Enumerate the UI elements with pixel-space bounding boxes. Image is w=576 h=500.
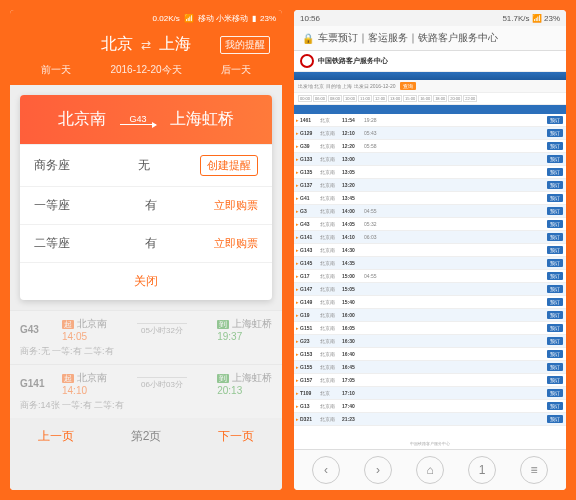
- row-station: 北京南: [320, 156, 342, 162]
- time-chip[interactable]: 20:00: [448, 95, 462, 102]
- back-button[interactable]: ‹: [312, 456, 340, 484]
- book-button[interactable]: 预订: [547, 311, 563, 319]
- book-button[interactable]: 预订: [547, 389, 563, 397]
- time-chip[interactable]: 22:00: [463, 95, 477, 102]
- table-row[interactable]: ▸G153北京南16:40预订: [294, 348, 566, 361]
- book-button[interactable]: 预订: [547, 233, 563, 241]
- time-chip[interactable]: 11:00: [358, 95, 372, 102]
- book-button[interactable]: 预订: [547, 116, 563, 124]
- table-row[interactable]: ▸G141北京南14:1006:03预订: [294, 231, 566, 244]
- row-dep-time: 15:40: [342, 299, 364, 305]
- seat-action-button[interactable]: 立即购票: [214, 198, 258, 213]
- arr-tag: 到: [217, 320, 229, 329]
- book-button[interactable]: 预订: [547, 129, 563, 137]
- book-button[interactable]: 预订: [547, 168, 563, 176]
- book-button[interactable]: 预订: [547, 415, 563, 423]
- book-button[interactable]: 预订: [547, 220, 563, 228]
- table-row[interactable]: ▸G41北京南13:45预订: [294, 192, 566, 205]
- time-chip[interactable]: 16:00: [418, 95, 432, 102]
- table-row[interactable]: ▸G43北京南14:0505:32预订: [294, 218, 566, 231]
- prev-day-button[interactable]: 前一天: [41, 63, 71, 77]
- book-button[interactable]: 预订: [547, 155, 563, 163]
- my-reminders-button[interactable]: 我的提醒: [220, 36, 270, 54]
- close-button[interactable]: 关闭: [20, 262, 272, 300]
- table-row[interactable]: ▸G143北京南14:30预订: [294, 244, 566, 257]
- table-row[interactable]: ▸G151北京南16:05预订: [294, 322, 566, 335]
- train-item[interactable]: G43起 北京南14:0505小时32分到 上海虹桥19:37商务:无 一等:有…: [10, 310, 282, 364]
- book-button[interactable]: 预订: [547, 207, 563, 215]
- row-station: 北京南: [320, 312, 342, 318]
- date-picker[interactable]: 2016-12-20今天: [110, 63, 181, 77]
- prev-page-button[interactable]: 上一页: [38, 428, 74, 445]
- table-row[interactable]: ▸G17北京南15:0004:55预订: [294, 270, 566, 283]
- book-button[interactable]: 预订: [547, 402, 563, 410]
- table-row[interactable]: ▸G39北京南12:2005:58预订: [294, 140, 566, 153]
- book-button[interactable]: 预订: [547, 246, 563, 254]
- row-train-no: T109: [300, 390, 320, 396]
- table-row[interactable]: ▸G149北京南15:40预订: [294, 296, 566, 309]
- modal-header: 北京南 G43 上海虹桥: [20, 95, 272, 144]
- row-station: 北京南: [320, 286, 342, 292]
- time-chip[interactable]: 06:00: [313, 95, 327, 102]
- time-chip[interactable]: 15:00: [403, 95, 417, 102]
- swap-icon[interactable]: ⇄: [141, 38, 151, 52]
- row-train-no: 1461: [300, 117, 320, 123]
- row-train-no: G143: [300, 247, 320, 253]
- time-chip[interactable]: 08:00: [328, 95, 342, 102]
- book-button[interactable]: 预订: [547, 337, 563, 345]
- page-title: 车票预订｜客运服务｜铁路客户服务中心: [318, 31, 498, 45]
- nav-bar[interactable]: [294, 72, 566, 80]
- time-chip[interactable]: 00:00: [298, 95, 312, 102]
- book-button[interactable]: 预订: [547, 376, 563, 384]
- seat-action-button[interactable]: 立即购票: [214, 236, 258, 251]
- table-row[interactable]: ▸T109北京17:10预订: [294, 387, 566, 400]
- table-row[interactable]: ▸G3北京南14:0004:55预订: [294, 205, 566, 218]
- forward-button[interactable]: ›: [364, 456, 392, 484]
- table-row[interactable]: ▸G129北京南12:1005:43预订: [294, 127, 566, 140]
- train-item[interactable]: G141起 北京南14:1006小时03分到 上海虹桥20:13商务:14张 一…: [10, 364, 282, 418]
- time-chip[interactable]: 18:00: [433, 95, 447, 102]
- book-button[interactable]: 预订: [547, 272, 563, 280]
- book-button[interactable]: 预订: [547, 298, 563, 306]
- table-row[interactable]: ▸G19北京南16:00预订: [294, 309, 566, 322]
- time-chip[interactable]: 13:00: [388, 95, 402, 102]
- row-station: 北京南: [320, 351, 342, 357]
- table-row[interactable]: ▸G135北京南13:05预订: [294, 166, 566, 179]
- time-chip[interactable]: 10:00: [343, 95, 357, 102]
- book-button[interactable]: 预订: [547, 324, 563, 332]
- seat-action-button[interactable]: 创建提醒: [200, 155, 258, 176]
- tabs-button[interactable]: 1: [468, 456, 496, 484]
- book-button[interactable]: 预订: [547, 194, 563, 202]
- table-row[interactable]: ▸G155北京南16:45预订: [294, 361, 566, 374]
- arr-tag: 到: [217, 374, 229, 383]
- table-row[interactable]: ▸G23北京南16:30预订: [294, 335, 566, 348]
- table-row[interactable]: ▸G147北京南15:05预订: [294, 283, 566, 296]
- book-button[interactable]: 预订: [547, 363, 563, 371]
- book-button[interactable]: 预订: [547, 285, 563, 293]
- book-button[interactable]: 预订: [547, 259, 563, 267]
- next-page-button[interactable]: 下一页: [218, 428, 254, 445]
- address-bar[interactable]: 🔒 车票预订｜客运服务｜铁路客户服务中心: [294, 26, 566, 51]
- table-row[interactable]: ▸G13北京南17:40预订: [294, 400, 566, 413]
- next-day-button[interactable]: 后一天: [221, 63, 251, 77]
- time-chip[interactable]: 12:00: [373, 95, 387, 102]
- row-dep-time: 16:45: [342, 364, 364, 370]
- home-button[interactable]: ⌂: [416, 456, 444, 484]
- book-button[interactable]: 预订: [547, 142, 563, 150]
- table-row[interactable]: ▸G133北京南13:00预订: [294, 153, 566, 166]
- table-row[interactable]: ▸G145北京南14:35预订: [294, 257, 566, 270]
- menu-button[interactable]: ≡: [520, 456, 548, 484]
- modal-from: 北京南: [58, 109, 106, 130]
- row-dep-time: 14:05: [342, 221, 364, 227]
- book-button[interactable]: 预订: [547, 350, 563, 358]
- seat-row: 一等座有立即购票: [20, 186, 272, 224]
- search-button[interactable]: 查询: [400, 82, 416, 90]
- table-row[interactable]: ▸D321北京南21:23预订: [294, 413, 566, 426]
- net-speed-r: 51.7K/s: [502, 14, 529, 23]
- table-row[interactable]: ▸G137北京南13:20预订: [294, 179, 566, 192]
- row-train-no: G17: [300, 273, 320, 279]
- book-button[interactable]: 预订: [547, 181, 563, 189]
- table-row[interactable]: ▸G157北京南17:05预订: [294, 374, 566, 387]
- table-row[interactable]: ▸1461北京11:5419:28预订: [294, 114, 566, 127]
- row-dep-time: 13:45: [342, 195, 364, 201]
